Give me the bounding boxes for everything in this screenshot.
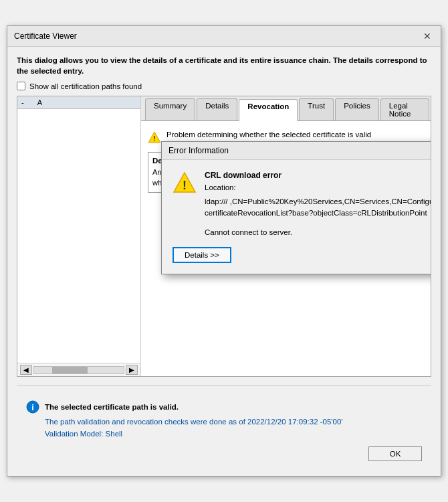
tab-legal-notice[interactable]: Legal Notice — [380, 98, 429, 120]
window-title: Certificate Viewer — [14, 31, 77, 41]
bottom-ok-row: OK — [26, 446, 422, 461]
tabs: Summary Details Revocation Trust Policie… — [141, 96, 431, 121]
error-warning-icon: ! — [173, 171, 197, 195]
left-col1: - — [21, 98, 24, 106]
error-title: CRL download error — [205, 171, 431, 180]
error-cannot-connect: Cannot connect to server. — [205, 228, 431, 236]
left-scroll-bar: ◀ ▶ — [17, 363, 140, 376]
error-dialog-title: Error Information — [162, 142, 431, 160]
warning-triangle-icon: ! — [148, 131, 161, 144]
details-button[interactable]: Details >> — [173, 247, 231, 263]
bottom-section: i The selected certificate path is valid… — [17, 394, 431, 468]
svg-text:i: i — [31, 402, 34, 412]
tab-trust[interactable]: Trust — [299, 98, 334, 120]
error-location-text: ldap:/// ,CN=Public%20Key%20Services,CN=… — [205, 196, 431, 220]
left-panel-header: - A — [17, 96, 140, 109]
tab-details[interactable]: Details — [197, 98, 237, 120]
bottom-ok-button[interactable]: OK — [368, 446, 422, 461]
scroll-right-arrow[interactable]: ▶ — [126, 365, 138, 375]
left-col2: A — [37, 98, 42, 106]
error-location-label: Location: — [205, 182, 431, 193]
left-panel-body[interactable] — [17, 109, 140, 363]
scroll-left-arrow[interactable]: ◀ — [20, 365, 32, 375]
svg-text:!: ! — [153, 135, 156, 143]
title-bar: Certificate Viewer ✕ — [7, 26, 441, 47]
validation-model-line: Validation Model: Shell — [45, 428, 422, 440]
info-circle-icon: i — [26, 400, 39, 414]
certificate-viewer-window: Certificate Viewer ✕ This dialog allows … — [7, 25, 441, 477]
error-dialog-buttons: Details >> OK — [173, 247, 431, 267]
error-dialog-body: ! CRL download error Location: ldap:/// … — [162, 160, 431, 274]
right-panel: Summary Details Revocation Trust Policie… — [141, 96, 431, 376]
checkbox-row: Show all certification paths found — [17, 82, 431, 90]
checkbox-label[interactable]: Show all certification paths found — [29, 82, 142, 90]
svg-text:!: ! — [183, 179, 187, 192]
path-validation-line: The path validation and revocation check… — [45, 416, 422, 428]
error-info: CRL download error Location: ldap:/// ,C… — [205, 171, 431, 219]
path-validation-text: The path validation and revocation check… — [45, 416, 422, 440]
separator — [17, 385, 431, 386]
main-content: - A ◀ ▶ Summary Details Revo — [17, 96, 431, 377]
header-info-text: This dialog allows you to view the detai… — [17, 55, 431, 76]
close-button[interactable]: ✕ — [421, 30, 434, 42]
error-main-row: ! CRL download error Location: ldap:/// … — [173, 171, 431, 219]
tab-revocation[interactable]: Revocation — [239, 99, 298, 121]
tab-summary[interactable]: Summary — [145, 98, 195, 120]
valid-text: The selected certificate path is valid. — [45, 403, 179, 411]
window-body: This dialog allows you to view the detai… — [7, 47, 441, 476]
warning-text: Problem determining whether the selected… — [166, 131, 371, 139]
valid-row: i The selected certificate path is valid… — [26, 400, 422, 414]
show-all-paths-checkbox[interactable] — [17, 82, 25, 90]
tab-policies[interactable]: Policies — [335, 98, 379, 120]
tab-content-revocation: ! Problem determining whether the select… — [141, 121, 431, 376]
scrollbar-thumb — [52, 367, 88, 373]
scrollbar-track[interactable] — [33, 366, 124, 374]
left-panel: - A ◀ ▶ — [17, 96, 141, 376]
error-information-dialog: Error Information ! CRL download error — [161, 141, 431, 274]
